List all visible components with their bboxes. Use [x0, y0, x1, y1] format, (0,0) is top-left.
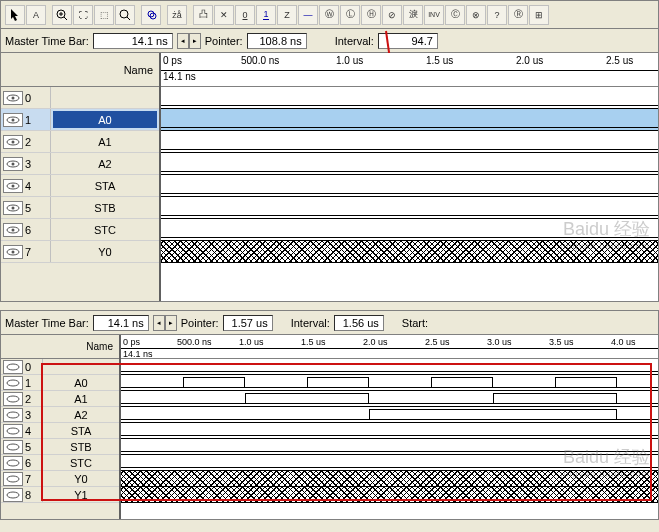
signal-icon[interactable]: [3, 408, 23, 422]
signal-icon[interactable]: [3, 456, 23, 470]
waveform-row[interactable]: [161, 153, 658, 175]
force-weak-button[interactable]: —: [298, 5, 318, 25]
value-q2-button[interactable]: ?: [487, 5, 507, 25]
zoom-full-button[interactable]: ⬚: [94, 5, 114, 25]
signal-row: 0: [1, 87, 159, 109]
force-dc-button[interactable]: ⊘: [382, 5, 402, 25]
waveform-row[interactable]: [161, 219, 658, 241]
waveform-row[interactable]: [121, 487, 658, 503]
signal-icon[interactable]: [3, 157, 23, 171]
signal-icon[interactable]: [3, 392, 23, 406]
master-time-value[interactable]: 14.1 ns: [93, 315, 149, 331]
force-l-button[interactable]: Ⓛ: [340, 5, 360, 25]
signal-icon[interactable]: [3, 179, 23, 193]
waveform-row[interactable]: [121, 423, 658, 439]
force-u-button[interactable]: 凸: [193, 5, 213, 25]
signal-icon[interactable]: [3, 113, 23, 127]
signal-icon[interactable]: [3, 245, 23, 259]
waveform-row[interactable]: [121, 407, 658, 423]
waveform-editor-bottom: Master Time Bar: 14.1 ns ◂▸ Pointer: 1.5…: [0, 310, 659, 520]
waveform-row[interactable]: [161, 87, 658, 109]
waveform-row[interactable]: [121, 439, 658, 455]
signal-names-column: Name 0 1A0 2A1 3A2 4STA 5STB 6STC 7Y0: [1, 53, 161, 301]
signal-name[interactable]: A1: [43, 391, 119, 406]
signal-name[interactable]: Y0: [51, 241, 159, 262]
force-x-button[interactable]: ✕: [214, 5, 234, 25]
signal-name[interactable]: STB: [51, 197, 159, 218]
pointer-label: Pointer:: [205, 35, 243, 47]
signal-index: 6: [25, 457, 31, 469]
signal-name[interactable]: Y0: [43, 471, 119, 486]
signal-name[interactable]: A2: [43, 407, 119, 422]
signal-row: 6STC: [1, 455, 119, 471]
force-w-button[interactable]: Ⓦ: [319, 5, 339, 25]
waveform-row[interactable]: [161, 241, 658, 263]
signal-name[interactable]: STC: [51, 219, 159, 240]
waveform-row[interactable]: [161, 109, 658, 131]
signal-icon[interactable]: [3, 135, 23, 149]
find-button[interactable]: żå: [167, 5, 187, 25]
svg-point-9: [12, 96, 15, 99]
signal-index: 2: [25, 393, 31, 405]
signal-name[interactable]: STC: [43, 455, 119, 470]
signal-icon[interactable]: [3, 91, 23, 105]
time-ruler: 0 ps 500.0 ns 1.0 us 1.5 us 2.0 us 2.5 u…: [121, 335, 658, 349]
random-button[interactable]: Ⓡ: [508, 5, 528, 25]
signal-icon[interactable]: [3, 223, 23, 237]
signal-name[interactable]: A1: [51, 131, 159, 152]
force-0-button[interactable]: 0: [235, 5, 255, 25]
waveform-row[interactable]: [121, 471, 658, 487]
signal-name[interactable]: [51, 87, 159, 108]
value-q-button[interactable]: ⊗: [466, 5, 486, 25]
waveform-row[interactable]: [161, 197, 658, 219]
signal-icon[interactable]: [3, 201, 23, 215]
waveform-row[interactable]: [161, 131, 658, 153]
signal-icon[interactable]: [3, 472, 23, 486]
waveform-row[interactable]: [161, 175, 658, 197]
misc-button[interactable]: ⊞: [529, 5, 549, 25]
zoom-fit-button[interactable]: ⛶: [73, 5, 93, 25]
signal-index: 8: [25, 489, 31, 501]
master-time-spinner[interactable]: ◂▸: [177, 33, 201, 49]
signal-index: 3: [25, 409, 31, 421]
pointer-label: Pointer:: [181, 317, 219, 329]
zoom-in-button[interactable]: [52, 5, 72, 25]
waveform-canvas[interactable]: 0 ps 500.0 ns 1.0 us 1.5 us 2.0 us 2.5 u…: [121, 335, 658, 519]
signal-row: 7Y0: [1, 241, 159, 263]
signal-name[interactable]: Y1: [43, 487, 119, 502]
signal-name[interactable]: [43, 359, 119, 374]
search-button[interactable]: [141, 5, 161, 25]
force-h-button[interactable]: Ⓗ: [361, 5, 381, 25]
waveform-row[interactable]: [121, 375, 658, 391]
force-1-button[interactable]: 1: [256, 5, 276, 25]
master-time-spinner[interactable]: ◂▸: [153, 315, 177, 331]
clock-button[interactable]: 淚: [403, 5, 423, 25]
signal-icon[interactable]: [3, 488, 23, 502]
signal-index: 2: [25, 136, 31, 148]
signal-name[interactable]: STB: [43, 439, 119, 454]
text-tool-button[interactable]: A: [26, 5, 46, 25]
master-time-value[interactable]: 14.1 ns: [93, 33, 173, 49]
invert-button[interactable]: INV: [424, 5, 444, 25]
pointer-tool-button[interactable]: [5, 5, 25, 25]
svg-point-4: [120, 10, 128, 18]
count-button[interactable]: Ⓒ: [445, 5, 465, 25]
svg-line-1: [64, 17, 67, 20]
force-z-button[interactable]: Z: [277, 5, 297, 25]
signal-icon[interactable]: [3, 360, 23, 374]
waveform-row[interactable]: [121, 359, 658, 375]
zoom-tool-button[interactable]: [115, 5, 135, 25]
signal-icon[interactable]: [3, 440, 23, 454]
signal-name[interactable]: A0: [43, 375, 119, 390]
signal-icon[interactable]: [3, 376, 23, 390]
waveform-row[interactable]: [121, 391, 658, 407]
signal-name[interactable]: A2: [51, 153, 159, 174]
waveform-canvas[interactable]: 0 ps 500.0 ns 1.0 us 1.5 us 2.0 us 2.5 u…: [161, 53, 658, 301]
svg-point-25: [7, 380, 19, 386]
signal-name[interactable]: A0: [53, 111, 157, 128]
waveform-row[interactable]: [121, 455, 658, 471]
signal-icon[interactable]: [3, 424, 23, 438]
waveform-area: Name 0 1A0 2A1 3A2 4STA 5STB 6STC 7Y0 0 …: [1, 53, 658, 301]
signal-name[interactable]: STA: [51, 175, 159, 196]
signal-name[interactable]: STA: [43, 423, 119, 438]
